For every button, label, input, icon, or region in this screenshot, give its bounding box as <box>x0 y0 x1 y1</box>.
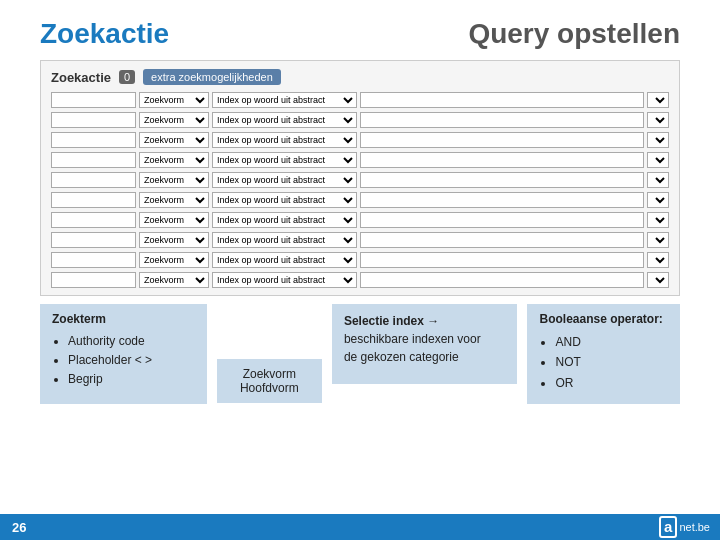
search-value-input[interactable] <box>360 152 644 168</box>
zoekvorm-select[interactable]: Zoekvorm <box>139 212 209 228</box>
page-title-right: Query opstellen <box>468 18 680 50</box>
panel-boolean: Booleaanse operator: AND NOT OR <box>527 304 680 404</box>
operator-select[interactable]: ∨ <box>647 92 669 108</box>
list-item: Placeholder < > <box>68 351 195 370</box>
panel-zoekterm-title: Zoekterm <box>52 312 195 326</box>
footer-logo: a net.be <box>659 516 710 538</box>
search-value-input[interactable] <box>360 252 644 268</box>
selectie-line1: Selectie index → <box>344 312 506 330</box>
selectie-line3: de gekozen categorie <box>344 348 506 366</box>
operator-select[interactable]: ∨ <box>647 172 669 188</box>
search-area: Zoekactie 0 extra zoekmogelijkheden Zoek… <box>40 60 680 296</box>
index-select[interactable]: Index op woord uit abstract <box>212 112 357 128</box>
search-value-input[interactable] <box>360 92 644 108</box>
search-term-input[interactable] <box>51 212 136 228</box>
search-title-bar: Zoekactie 0 extra zoekmogelijkheden <box>51 69 669 85</box>
footer-page-number: 26 <box>12 520 26 535</box>
panel-zoekterm: Zoekterm Authority code Placeholder < > … <box>40 304 207 404</box>
index-select[interactable]: Index op woord uit abstract <box>212 272 357 288</box>
search-rows: Zoekvorm Index op woord uit abstract ∨ Z… <box>51 91 669 289</box>
list-item: Begrip <box>68 370 195 389</box>
search-value-input[interactable] <box>360 112 644 128</box>
search-title: Zoekactie <box>51 70 111 85</box>
index-select[interactable]: Index op woord uit abstract <box>212 192 357 208</box>
bottom-panels: Zoekterm Authority code Placeholder < > … <box>40 304 680 404</box>
search-term-input[interactable] <box>51 272 136 288</box>
search-value-input[interactable] <box>360 272 644 288</box>
index-select[interactable]: Index op woord uit abstract <box>212 232 357 248</box>
panel-zoekvorm: Zoekvorm Hoofdvorm <box>217 359 322 403</box>
search-row: Zoekvorm Index op woord uit abstract ∨ <box>51 131 669 149</box>
zoekvorm-select[interactable]: Zoekvorm <box>139 92 209 108</box>
list-item: NOT <box>555 352 668 372</box>
list-item: Authority code <box>68 332 195 351</box>
logo-a: a <box>659 516 677 538</box>
zoekvorm-line2: Hoofdvorm <box>229 381 310 395</box>
extra-options-button[interactable]: extra zoekmogelijkheden <box>143 69 281 85</box>
search-row: Zoekvorm Index op woord uit abstract ∨ <box>51 91 669 109</box>
operator-select[interactable]: ∨ <box>647 272 669 288</box>
zoekvorm-select[interactable]: Zoekvorm <box>139 112 209 128</box>
search-value-input[interactable] <box>360 192 644 208</box>
zoekvorm-select[interactable]: Zoekvorm <box>139 272 209 288</box>
search-row: Zoekvorm Index op woord uit abstract ∨ <box>51 171 669 189</box>
zoekvorm-select[interactable]: Zoekvorm <box>139 252 209 268</box>
operator-select[interactable]: ∨ <box>647 112 669 128</box>
search-value-input[interactable] <box>360 132 644 148</box>
operator-select[interactable]: ∨ <box>647 132 669 148</box>
operator-select[interactable]: ∨ <box>647 192 669 208</box>
zoekvorm-line1: Zoekvorm <box>229 367 310 381</box>
logo-text: net.be <box>679 521 710 533</box>
list-item: AND <box>555 332 668 352</box>
search-row: Zoekvorm Index op woord uit abstract ∨ <box>51 191 669 209</box>
index-select[interactable]: Index op woord uit abstract <box>212 92 357 108</box>
search-term-input[interactable] <box>51 172 136 188</box>
search-term-input[interactable] <box>51 192 136 208</box>
search-row: Zoekvorm Index op woord uit abstract ∨ <box>51 111 669 129</box>
search-row: Zoekvorm Index op woord uit abstract ∨ <box>51 271 669 289</box>
header: Zoekactie Query opstellen <box>0 0 720 60</box>
index-select[interactable]: Index op woord uit abstract <box>212 252 357 268</box>
zoekvorm-select[interactable]: Zoekvorm <box>139 152 209 168</box>
search-term-input[interactable] <box>51 152 136 168</box>
search-value-input[interactable] <box>360 212 644 228</box>
zoekvorm-select[interactable]: Zoekvorm <box>139 172 209 188</box>
list-item: OR <box>555 373 668 393</box>
index-select[interactable]: Index op woord uit abstract <box>212 212 357 228</box>
page-title-left: Zoekactie <box>40 18 169 50</box>
index-select[interactable]: Index op woord uit abstract <box>212 132 357 148</box>
panel-selectie: Selectie index → beschikbare indexen voo… <box>332 304 518 384</box>
search-term-input[interactable] <box>51 112 136 128</box>
panel-boolean-title: Booleaanse operator: <box>539 312 668 326</box>
panel-boolean-list: AND NOT OR <box>539 332 668 393</box>
search-term-input[interactable] <box>51 92 136 108</box>
operator-select[interactable]: ∨ <box>647 212 669 228</box>
search-row: Zoekvorm Index op woord uit abstract ∨ <box>51 151 669 169</box>
search-term-input[interactable] <box>51 252 136 268</box>
operator-select[interactable]: ∨ <box>647 252 669 268</box>
search-value-input[interactable] <box>360 232 644 248</box>
index-select[interactable]: Index op woord uit abstract <box>212 152 357 168</box>
search-row: Zoekvorm Index op woord uit abstract ∨ <box>51 251 669 269</box>
index-select[interactable]: Index op woord uit abstract <box>212 172 357 188</box>
selectie-line2: beschikbare indexen voor <box>344 330 506 348</box>
zoekvorm-select[interactable]: Zoekvorm <box>139 132 209 148</box>
operator-select[interactable]: ∨ <box>647 232 669 248</box>
search-value-input[interactable] <box>360 172 644 188</box>
search-term-input[interactable] <box>51 232 136 248</box>
footer: 26 a net.be <box>0 514 720 540</box>
operator-select[interactable]: ∨ <box>647 152 669 168</box>
search-badge: 0 <box>119 70 135 84</box>
zoekvorm-select[interactable]: Zoekvorm <box>139 232 209 248</box>
panel-zoekterm-list: Authority code Placeholder < > Begrip <box>52 332 195 390</box>
search-row: Zoekvorm Index op woord uit abstract ∨ <box>51 211 669 229</box>
search-term-input[interactable] <box>51 132 136 148</box>
zoekvorm-select[interactable]: Zoekvorm <box>139 192 209 208</box>
search-row: Zoekvorm Index op woord uit abstract ∨ <box>51 231 669 249</box>
